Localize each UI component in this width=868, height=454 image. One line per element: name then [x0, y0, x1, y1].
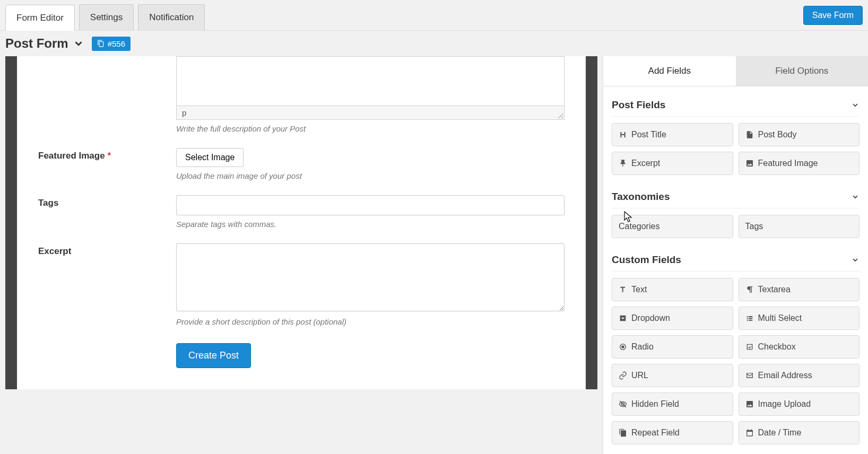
chip-label: Textarea: [758, 285, 791, 294]
chip-label: Post Body: [758, 130, 797, 139]
field-hidden[interactable]: Hidden Field: [612, 392, 733, 416]
field-repeat[interactable]: Repeat Field: [612, 421, 733, 444]
chip-label: Hidden Field: [631, 399, 679, 409]
field-tags[interactable]: Tags: [739, 215, 860, 238]
image-icon: [745, 159, 754, 168]
rte-status-bar: p: [176, 106, 565, 120]
document-icon: [745, 130, 754, 139]
calendar-icon: [745, 429, 754, 437]
link-icon: [619, 371, 627, 380]
chip-label: Checkbox: [758, 342, 796, 352]
copy-icon: [97, 40, 105, 47]
field-url[interactable]: URL: [612, 364, 733, 387]
save-form-button[interactable]: Save Form: [803, 6, 863, 25]
text-icon: [619, 285, 627, 294]
field-featured-image[interactable]: Featured Image: [739, 152, 860, 175]
chevron-down-icon: [851, 256, 860, 264]
field-date-time[interactable]: Date / Time: [739, 421, 860, 444]
heading-icon: [619, 130, 627, 139]
chip-label: Multi Select: [758, 313, 802, 323]
field-email[interactable]: Email Address: [739, 364, 860, 387]
tab-form-editor[interactable]: Form Editor: [5, 5, 75, 31]
resize-handle-icon[interactable]: [557, 112, 563, 118]
field-image-upload[interactable]: Image Upload: [739, 392, 860, 416]
dropdown-icon: [619, 314, 627, 322]
body-help-text: Write the full description of your Post: [176, 124, 565, 133]
copy-icon: [619, 429, 627, 437]
form-id-text: #556: [108, 39, 125, 48]
list-icon: [745, 314, 754, 322]
chip-label: Repeat Field: [631, 428, 680, 438]
sidebar-body[interactable]: Post Fields Post Title Post Body Excerpt: [603, 86, 868, 454]
chip-label: Date / Time: [758, 428, 802, 438]
field-text[interactable]: Text: [612, 278, 733, 301]
field-checkbox[interactable]: Checkbox: [739, 335, 860, 359]
sidebar-tab-add-fields[interactable]: Add Fields: [603, 56, 736, 86]
sidebar: Add Fields Field Options Post Fields Pos…: [603, 56, 868, 454]
group-title: Taxonomies: [612, 191, 670, 203]
chip-label: URL: [631, 371, 648, 380]
sub-bar: Post Form #556: [0, 31, 868, 56]
create-post-button[interactable]: Create Post: [176, 343, 251, 368]
group-header-taxonomies[interactable]: Taxonomies: [612, 186, 860, 208]
chevron-down-icon: [73, 38, 84, 49]
field-post-body[interactable]: Post Body: [739, 123, 860, 146]
group-header-custom-fields[interactable]: Custom Fields: [612, 249, 860, 272]
group-header-post-fields[interactable]: Post Fields: [612, 94, 860, 117]
excerpt-label: Excerpt: [38, 243, 176, 326]
chip-label: Categories: [619, 222, 659, 231]
sidebar-tabs: Add Fields Field Options: [603, 56, 868, 86]
excerpt-help: Provide a short description of this post…: [176, 317, 565, 326]
tab-settings[interactable]: Settings: [79, 4, 134, 30]
tags-help: Separate tags with commas.: [176, 220, 565, 229]
field-multi-select[interactable]: Multi Select: [739, 307, 860, 330]
pin-icon: [619, 159, 627, 168]
tags-label: Tags: [38, 195, 176, 229]
tab-notification[interactable]: Notification: [138, 4, 205, 30]
checkbox-icon: [745, 343, 754, 351]
post-body-editor[interactable]: [176, 56, 565, 106]
svg-point-1: [621, 345, 624, 348]
form-id-badge[interactable]: #556: [92, 37, 131, 51]
select-image-button[interactable]: Select Image: [176, 148, 244, 167]
envelope-icon: [745, 371, 754, 380]
radio-icon: [619, 343, 627, 351]
rte-path: p: [182, 108, 186, 117]
chip-label: Tags: [745, 222, 763, 231]
chip-label: Radio: [631, 342, 654, 352]
required-asterisk: *: [107, 151, 111, 161]
chevron-down-icon: [851, 193, 860, 201]
chip-label: Text: [631, 285, 647, 294]
chevron-down-icon: [851, 101, 860, 109]
top-tabs: Form Editor Settings Notification: [5, 0, 205, 30]
form-type-label: Post Form: [5, 36, 68, 51]
chip-label: Dropdown: [631, 313, 670, 323]
chip-label: Email Address: [758, 371, 812, 380]
top-bar: Form Editor Settings Notification Save F…: [0, 0, 868, 31]
field-excerpt[interactable]: Excerpt: [612, 152, 733, 175]
chip-label: Excerpt: [631, 159, 660, 168]
chip-label: Post Title: [631, 130, 666, 139]
tags-input[interactable]: [176, 195, 565, 215]
sidebar-tab-field-options[interactable]: Field Options: [736, 56, 869, 86]
group-title: Post Fields: [612, 99, 665, 111]
field-categories[interactable]: Categories: [612, 215, 733, 238]
featured-image-label: Featured Image *: [38, 148, 176, 180]
field-textarea[interactable]: Textarea: [739, 278, 860, 301]
group-title: Custom Fields: [612, 254, 681, 266]
featured-image-help: Upload the main image of your post: [176, 171, 565, 180]
editor-scroll[interactable]: p Write the full description of your Pos…: [0, 56, 603, 454]
eye-slash-icon: [619, 400, 627, 408]
form-type-dropdown[interactable]: Post Form: [5, 36, 84, 51]
paragraph-icon: [745, 285, 754, 294]
image-icon: [745, 400, 754, 408]
field-radio[interactable]: Radio: [612, 335, 733, 359]
field-dropdown[interactable]: Dropdown: [612, 307, 733, 330]
chip-label: Featured Image: [758, 159, 818, 168]
excerpt-textarea[interactable]: [176, 243, 565, 311]
field-post-title[interactable]: Post Title: [612, 123, 733, 146]
chip-label: Image Upload: [758, 399, 811, 409]
